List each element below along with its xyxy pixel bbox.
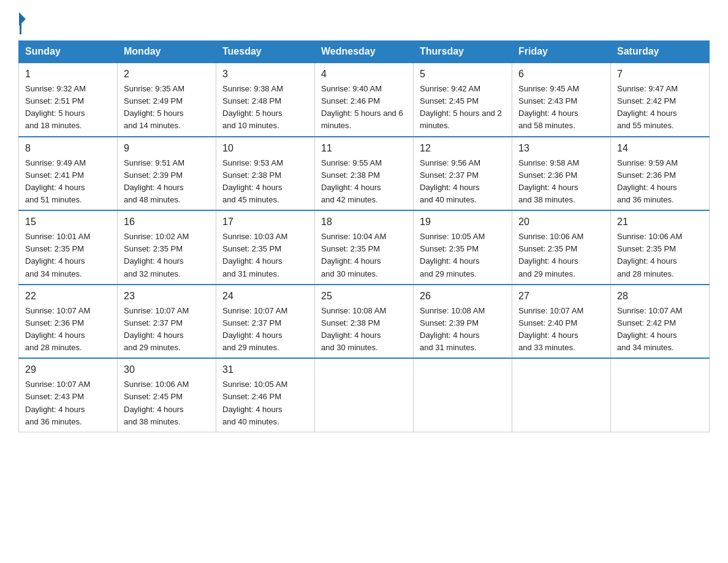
day-cell-30: 30 Sunrise: 10:06 AMSunset: 2:45 PMDayli… xyxy=(118,358,216,432)
day-number: 2 xyxy=(124,67,210,82)
day-cell-26: 26 Sunrise: 10:08 AMSunset: 2:39 PMDayli… xyxy=(414,285,512,359)
day-cell-8: 8 Sunrise: 9:49 AMSunset: 2:41 PMDayligh… xyxy=(19,137,118,211)
day-cell-14: 14 Sunrise: 9:59 AMSunset: 2:36 PMDaylig… xyxy=(611,137,710,211)
day-info: Sunrise: 9:58 AMSunset: 2:36 PMDaylight:… xyxy=(518,158,579,204)
day-cell-28: 28 Sunrise: 10:07 AMSunset: 2:42 PMDayli… xyxy=(611,285,710,359)
day-info: Sunrise: 10:07 AMSunset: 2:36 PMDaylight… xyxy=(25,306,90,352)
day-info: Sunrise: 9:55 AMSunset: 2:38 PMDaylight:… xyxy=(321,158,382,204)
logo xyxy=(18,12,25,34)
day-cell-16: 16 Sunrise: 10:02 AMSunset: 2:35 PMDayli… xyxy=(118,210,216,285)
week-row-4: 22 Sunrise: 10:07 AMSunset: 2:36 PMDayli… xyxy=(19,285,710,359)
page-header xyxy=(18,12,710,34)
day-number: 23 xyxy=(124,289,210,304)
day-number: 18 xyxy=(321,215,407,229)
day-cell-6: 6 Sunrise: 9:45 AMSunset: 2:43 PMDayligh… xyxy=(512,63,611,137)
day-info: Sunrise: 10:07 AMSunset: 2:42 PMDaylight… xyxy=(617,306,682,352)
day-info: Sunrise: 10:07 AMSunset: 2:37 PMDaylight… xyxy=(124,306,189,352)
day-number: 26 xyxy=(420,289,506,304)
day-cell-22: 22 Sunrise: 10:07 AMSunset: 2:36 PMDayli… xyxy=(19,285,118,359)
header-wednesday: Wednesday xyxy=(315,41,414,63)
day-number: 14 xyxy=(617,141,703,156)
day-info: Sunrise: 10:06 AMSunset: 2:35 PMDaylight… xyxy=(518,232,583,278)
day-info: Sunrise: 10:06 AMSunset: 2:35 PMDaylight… xyxy=(617,232,682,278)
day-cell-10: 10 Sunrise: 9:53 AMSunset: 2:38 PMDaylig… xyxy=(216,137,315,211)
day-cell-18: 18 Sunrise: 10:04 AMSunset: 2:35 PMDayli… xyxy=(315,210,414,285)
day-number: 28 xyxy=(617,289,703,304)
day-info: Sunrise: 10:01 AMSunset: 2:35 PMDaylight… xyxy=(25,232,90,278)
day-number: 30 xyxy=(124,362,210,377)
day-cell-21: 21 Sunrise: 10:06 AMSunset: 2:35 PMDayli… xyxy=(611,210,710,285)
day-info: Sunrise: 10:05 AMSunset: 2:46 PMDaylight… xyxy=(222,380,287,426)
day-number: 25 xyxy=(321,289,407,304)
day-cell-3: 3 Sunrise: 9:38 AMSunset: 2:48 PMDayligh… xyxy=(216,63,315,137)
header-saturday: Saturday xyxy=(611,41,710,63)
day-info: Sunrise: 9:32 AMSunset: 2:51 PMDaylight:… xyxy=(25,84,86,130)
day-info: Sunrise: 9:53 AMSunset: 2:38 PMDaylight:… xyxy=(222,158,283,204)
day-cell-20: 20 Sunrise: 10:06 AMSunset: 2:35 PMDayli… xyxy=(512,210,611,285)
day-info: Sunrise: 10:06 AMSunset: 2:45 PMDaylight… xyxy=(124,380,189,426)
day-number: 29 xyxy=(25,362,111,377)
day-info: Sunrise: 9:51 AMSunset: 2:39 PMDaylight:… xyxy=(124,158,184,204)
day-cell-19: 19 Sunrise: 10:05 AMSunset: 2:35 PMDayli… xyxy=(414,210,512,285)
day-cell-1: 1 Sunrise: 9:32 AMSunset: 2:51 PMDayligh… xyxy=(19,63,118,137)
calendar-header-row: SundayMondayTuesdayWednesdayThursdayFrid… xyxy=(19,41,710,63)
day-number: 12 xyxy=(420,141,506,156)
day-number: 3 xyxy=(222,67,308,82)
header-thursday: Thursday xyxy=(414,41,512,63)
day-info: Sunrise: 9:56 AMSunset: 2:37 PMDaylight:… xyxy=(420,158,480,204)
day-info: Sunrise: 10:07 AMSunset: 2:43 PMDaylight… xyxy=(25,380,90,426)
header-friday: Friday xyxy=(512,41,611,63)
day-number: 7 xyxy=(617,67,703,82)
day-number: 4 xyxy=(321,67,407,82)
header-sunday: Sunday xyxy=(19,41,118,63)
day-info: Sunrise: 9:45 AMSunset: 2:43 PMDaylight:… xyxy=(518,84,579,130)
empty-cell-4-3 xyxy=(315,358,414,432)
day-info: Sunrise: 10:04 AMSunset: 2:35 PMDaylight… xyxy=(321,232,386,278)
day-info: Sunrise: 9:47 AMSunset: 2:42 PMDaylight:… xyxy=(617,84,678,130)
day-number: 19 xyxy=(420,215,506,229)
day-number: 22 xyxy=(25,289,111,304)
week-row-5: 29 Sunrise: 10:07 AMSunset: 2:43 PMDayli… xyxy=(19,358,710,432)
day-cell-15: 15 Sunrise: 10:01 AMSunset: 2:35 PMDayli… xyxy=(19,210,118,285)
day-info: Sunrise: 10:05 AMSunset: 2:35 PMDaylight… xyxy=(420,232,485,278)
day-info: Sunrise: 10:07 AMSunset: 2:40 PMDaylight… xyxy=(518,306,583,352)
day-cell-27: 27 Sunrise: 10:07 AMSunset: 2:40 PMDayli… xyxy=(512,285,611,359)
day-info: Sunrise: 9:42 AMSunset: 2:45 PMDaylight:… xyxy=(420,84,502,130)
day-info: Sunrise: 9:49 AMSunset: 2:41 PMDaylight:… xyxy=(25,158,86,204)
day-number: 8 xyxy=(25,141,111,156)
day-info: Sunrise: 9:35 AMSunset: 2:49 PMDaylight:… xyxy=(124,84,184,130)
week-row-1: 1 Sunrise: 9:32 AMSunset: 2:51 PMDayligh… xyxy=(19,63,710,137)
day-cell-4: 4 Sunrise: 9:40 AMSunset: 2:46 PMDayligh… xyxy=(315,63,414,137)
day-number: 9 xyxy=(124,141,210,156)
empty-cell-4-5 xyxy=(512,358,611,432)
day-info: Sunrise: 10:08 AMSunset: 2:38 PMDaylight… xyxy=(321,306,386,352)
day-number: 6 xyxy=(518,67,604,82)
day-number: 10 xyxy=(222,141,308,156)
week-row-2: 8 Sunrise: 9:49 AMSunset: 2:41 PMDayligh… xyxy=(19,137,710,211)
day-cell-24: 24 Sunrise: 10:07 AMSunset: 2:37 PMDayli… xyxy=(216,285,315,359)
header-monday: Monday xyxy=(118,41,216,63)
day-cell-7: 7 Sunrise: 9:47 AMSunset: 2:42 PMDayligh… xyxy=(611,63,710,137)
week-row-3: 15 Sunrise: 10:01 AMSunset: 2:35 PMDayli… xyxy=(19,210,710,285)
day-info: Sunrise: 10:03 AMSunset: 2:35 PMDaylight… xyxy=(222,232,287,278)
day-cell-23: 23 Sunrise: 10:07 AMSunset: 2:37 PMDayli… xyxy=(118,285,216,359)
day-number: 11 xyxy=(321,141,407,156)
empty-cell-4-4 xyxy=(414,358,512,432)
day-number: 16 xyxy=(124,215,210,229)
day-cell-31: 31 Sunrise: 10:05 AMSunset: 2:46 PMDayli… xyxy=(216,358,315,432)
day-number: 1 xyxy=(25,67,111,82)
day-number: 15 xyxy=(25,215,111,229)
day-cell-2: 2 Sunrise: 9:35 AMSunset: 2:49 PMDayligh… xyxy=(118,63,216,137)
day-info: Sunrise: 10:02 AMSunset: 2:35 PMDaylight… xyxy=(124,232,189,278)
logo-line-icon xyxy=(20,23,21,34)
day-cell-9: 9 Sunrise: 9:51 AMSunset: 2:39 PMDayligh… xyxy=(118,137,216,211)
day-cell-5: 5 Sunrise: 9:42 AMSunset: 2:45 PMDayligh… xyxy=(414,63,512,137)
day-cell-13: 13 Sunrise: 9:58 AMSunset: 2:36 PMDaylig… xyxy=(512,137,611,211)
day-cell-12: 12 Sunrise: 9:56 AMSunset: 2:37 PMDaylig… xyxy=(414,137,512,211)
day-number: 5 xyxy=(420,67,506,82)
empty-cell-4-6 xyxy=(611,358,710,432)
day-info: Sunrise: 9:59 AMSunset: 2:36 PMDaylight:… xyxy=(617,158,678,204)
day-number: 20 xyxy=(518,215,604,229)
day-cell-25: 25 Sunrise: 10:08 AMSunset: 2:38 PMDayli… xyxy=(315,285,414,359)
day-number: 24 xyxy=(222,289,308,304)
